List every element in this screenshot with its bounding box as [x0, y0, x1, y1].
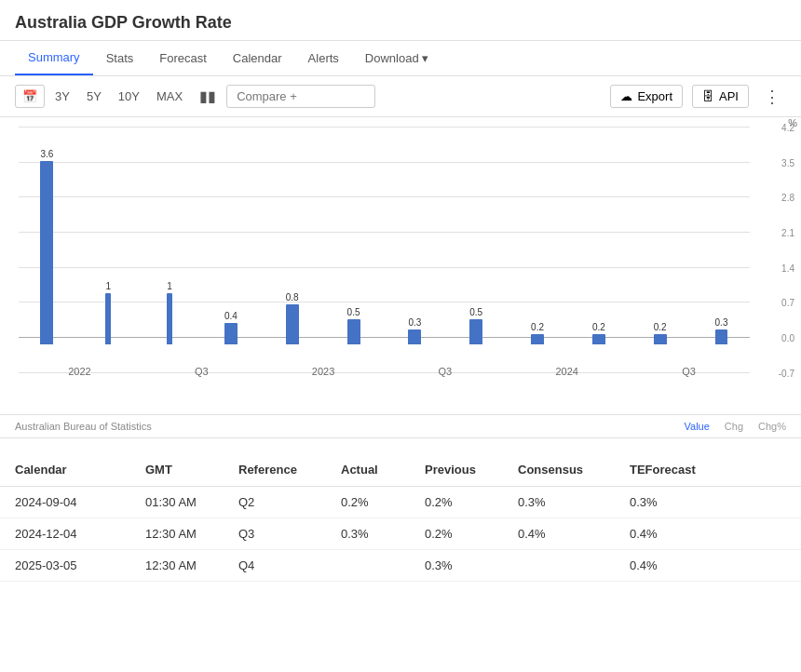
x-label-q3-2024: Q3: [628, 366, 750, 377]
bar-label-12: 0.3: [715, 317, 728, 328]
bar-label-11: 0.2: [654, 322, 667, 332]
y-label-3-5: 3.5: [781, 157, 794, 168]
bar-8: [469, 319, 482, 344]
bar-group-3: 1: [142, 131, 198, 344]
bar-3: [167, 293, 172, 344]
chart-area: % 4.2 3.5 2.8 2.1 1.4: [0, 117, 801, 415]
chgpct-link[interactable]: Chg%: [758, 421, 786, 432]
col-header-reference: Reference: [238, 463, 341, 477]
bar-wrapper-3: 1: [167, 131, 172, 344]
more-button[interactable]: ⋮: [758, 85, 786, 109]
row3-calendar: 2025-03-05: [15, 558, 145, 572]
bar-12: [715, 329, 728, 344]
col-header-calendar: Calendar: [15, 463, 145, 477]
bar-9: [531, 334, 544, 344]
period-10y-button[interactable]: 10Y: [112, 86, 146, 107]
bar-7: [408, 329, 421, 344]
bar-label-3: 1: [167, 281, 172, 291]
row1-reference: Q2: [238, 495, 341, 509]
chg-link[interactable]: Chg: [725, 421, 743, 432]
toolbar-right: ☁ Export 🗄 API ⋮: [610, 85, 786, 109]
row2-consensus: 0.4%: [518, 527, 630, 541]
bar-group-11: 0.2: [631, 131, 688, 344]
nav-tabs: Summary Stats Forecast Calendar Alerts D…: [0, 41, 801, 76]
y-label-2-1: 2.1: [781, 227, 794, 237]
calendar-button[interactable]: 📅: [15, 85, 45, 108]
bar-wrapper-8: 0.5: [469, 131, 482, 344]
bar-label-9: 0.2: [531, 322, 544, 332]
bars-container: 3.6 1 1 0.4: [19, 131, 750, 344]
row2-teforecast: 0.4%: [630, 527, 723, 541]
tab-alerts[interactable]: Alerts: [295, 42, 352, 74]
tab-forecast[interactable]: Forecast: [146, 42, 220, 74]
bar-wrapper-2: 1: [105, 131, 111, 344]
row1-gmt: 01:30 AM: [145, 495, 238, 509]
api-button[interactable]: 🗄 API: [692, 85, 749, 108]
tab-summary[interactable]: Summary: [15, 41, 93, 75]
table-row[interactable]: 2024-09-04 01:30 AM Q2 0.2% 0.2% 0.3% 0.…: [0, 487, 801, 518]
chart-inner: 4.2 3.5 2.8 2.1 1.4 0.7 0.: [19, 127, 750, 377]
row3-actual: [341, 558, 425, 572]
period-5y-button[interactable]: 5Y: [80, 86, 108, 107]
y-label-2-8: 2.8: [781, 193, 794, 203]
export-label: Export: [637, 89, 672, 103]
table-row[interactable]: 2024-12-04 12:30 AM Q3 0.3% 0.2% 0.4% 0.…: [0, 518, 801, 550]
bar-wrapper-9: 0.2: [531, 131, 544, 344]
chart-source-links: Value Chg Chg%: [685, 421, 786, 432]
y-label-4-2: 4.2: [781, 123, 794, 133]
export-button[interactable]: ☁ Export: [610, 85, 683, 108]
bar-label-1: 3.6: [40, 149, 53, 159]
period-max-button[interactable]: MAX: [150, 86, 189, 107]
bar-wrapper-6: 0.5: [347, 131, 360, 344]
row2-calendar: 2024-12-04: [15, 527, 145, 541]
row1-previous: 0.2%: [425, 495, 518, 509]
api-label: API: [719, 89, 739, 103]
row2-reference: Q3: [238, 527, 341, 541]
row1-actual: 0.2%: [341, 495, 425, 509]
bar-label-8: 0.5: [469, 307, 482, 317]
bar-wrapper-1: 3.6: [40, 131, 53, 344]
chart-type-button[interactable]: ▮▮: [193, 84, 223, 109]
page-title: Australia GDP Growth Rate: [0, 0, 801, 41]
y-label-0-7: 0.7: [781, 298, 794, 308]
table-header: Calendar GMT Reference Actual Previous C…: [0, 453, 801, 487]
value-link[interactable]: Value: [685, 421, 710, 432]
x-label-q3-2023: Q3: [384, 366, 506, 377]
grid-line-4-2: 4.2: [19, 127, 750, 128]
x-axis: 2022 Q3 2023 Q3 2024 Q3: [19, 366, 750, 377]
x-label-2023: 2023: [263, 366, 385, 377]
toolbar-left: 📅 3Y 5Y 10Y MAX ▮▮: [15, 84, 375, 109]
tab-calendar[interactable]: Calendar: [220, 42, 295, 74]
row2-actual: 0.3%: [341, 527, 425, 541]
bar-group-1: 3.6: [19, 131, 75, 344]
bar-group-12: 0.3: [693, 131, 750, 344]
row1-calendar: 2024-09-04: [15, 495, 145, 509]
tab-stats[interactable]: Stats: [93, 42, 147, 74]
bar-group-8: 0.5: [448, 131, 505, 344]
bar-label-6: 0.5: [347, 307, 360, 317]
bar-label-5: 0.8: [286, 292, 299, 302]
row1-teforecast: 0.3%: [630, 495, 723, 509]
col-header-teforecast: TEForecast: [630, 463, 723, 477]
bar-wrapper-7: 0.3: [408, 131, 421, 344]
tab-download[interactable]: Download ▾: [352, 42, 441, 74]
table-row[interactable]: 2025-03-05 12:30 AM Q4 0.3% 0.4%: [0, 550, 801, 582]
row2-previous: 0.2%: [425, 527, 518, 541]
bar-6: [347, 319, 360, 344]
x-label-q3-2022: Q3: [141, 366, 263, 377]
row3-previous: 0.3%: [425, 558, 518, 572]
bar-group-2: 1: [80, 131, 137, 344]
row3-reference: Q4: [238, 558, 341, 572]
period-3y-button[interactable]: 3Y: [48, 86, 76, 107]
bar-group-7: 0.3: [387, 131, 443, 344]
spacer: [0, 438, 801, 453]
compare-input[interactable]: [226, 85, 375, 108]
bar-1: [40, 161, 53, 344]
col-header-gmt: GMT: [145, 463, 238, 477]
col-header-actual: Actual: [341, 463, 425, 477]
x-label-2024: 2024: [506, 366, 628, 377]
api-icon: 🗄: [702, 89, 714, 103]
bar-label-4: 0.4: [224, 311, 238, 321]
row2-gmt: 12:30 AM: [145, 527, 238, 541]
row1-consensus: 0.3%: [518, 495, 630, 509]
